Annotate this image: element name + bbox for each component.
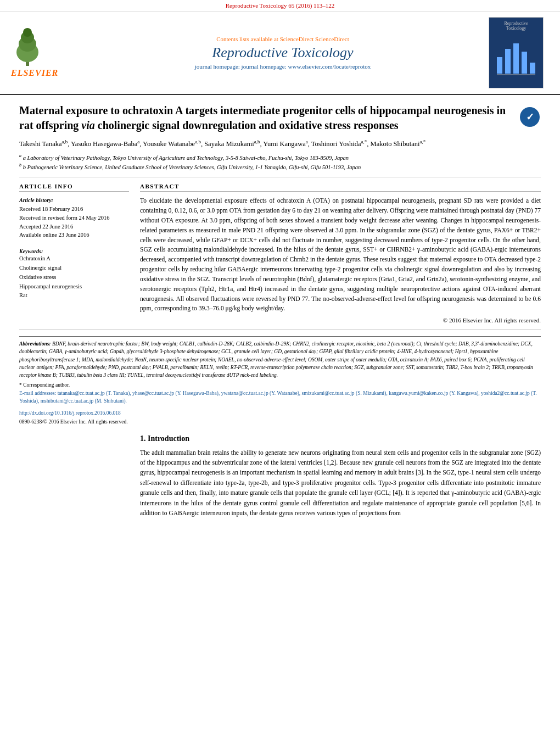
article-content: Maternal exposure to ochratoxin A target…	[0, 95, 560, 526]
journal-title-area: Contents lists available at ScienceDirec…	[82, 36, 483, 70]
journal-cover-image: ReproductiveToxicology	[489, 17, 544, 88]
publisher-logo-area: ELSEVIER	[11, 27, 77, 78]
corresponding-author-note: * Corresponding author.	[19, 381, 541, 389]
intro-right-col: 1. Introduction The adult mammalian brai…	[140, 434, 541, 518]
keyword-3: Oxidative stress	[19, 274, 56, 280]
introduction-section: 1. Introduction The adult mammalian brai…	[19, 434, 541, 518]
article-history: Article history: Received 18 February 20…	[19, 196, 129, 239]
keywords-list: Ochratoxin A Cholinergic signal Oxidativ…	[19, 254, 129, 300]
keyword-5: Rat	[19, 292, 27, 298]
cover-title: ReproductiveToxicology	[504, 21, 528, 31]
authors-line: Takeshi Tanakaa,b, Yasuko Hasegawa-Babaa…	[19, 138, 541, 149]
affiliation-b: b Pathogenetic Veterinary Science, Unite…	[23, 164, 361, 170]
abstract-paragraph: To elucidate the developmental exposure …	[140, 196, 541, 314]
intro-paragraph: The adult mammalian brain retains the ab…	[140, 448, 541, 518]
intro-left-spacer	[19, 434, 129, 518]
accepted-date: Accepted 22 June 2016	[19, 224, 73, 230]
page-wrapper: Reproductive Toxicology 65 (2016) 113–12…	[0, 0, 560, 526]
article-info-label: ARTICLE INFO	[19, 183, 129, 192]
article-title: Maternal exposure to ochratoxin A target…	[19, 103, 513, 133]
email-links: E-mail addresses: tatanaka@cc.tuat.ac.jp…	[19, 389, 541, 405]
email-text: E-mail addresses: tatanaka@cc.tuat.ac.jp…	[19, 390, 537, 404]
elsevier-label: ELSEVIER	[11, 68, 58, 78]
keyword-4: Hippocampal neurogenesis	[19, 283, 82, 289]
issn-copyright: 0890-6238/© 2016 Elsevier Inc. All right…	[19, 418, 541, 426]
keyword-1: Ochratoxin A	[19, 255, 51, 261]
article-info-abstract: ARTICLE INFO Article history: Received 1…	[19, 183, 541, 323]
journal-header: ELSEVIER Contents lists available at Sci…	[0, 12, 560, 95]
abstract-column: ABSTRACT To elucidate the developmental …	[140, 183, 541, 323]
journal-cover-area: ReproductiveToxicology	[489, 17, 549, 88]
affiliations: a a Laboratory of Veterinary Pathology, …	[19, 153, 541, 172]
svg-rect-6	[505, 49, 511, 74]
footnotes-area: Abbreviations: BDNF, brain-derived neuro…	[19, 336, 541, 426]
doi-link[interactable]: http://dx.doi.org/10.1016/j.reprotox.201…	[19, 409, 541, 417]
crossmark-logo[interactable]: ✓	[519, 106, 541, 128]
article-header: Maternal exposure to ochratoxin A target…	[19, 103, 541, 133]
svg-rect-9	[530, 63, 535, 74]
content-divider	[19, 329, 541, 330]
doi-text: http://dx.doi.org/10.1016/j.reprotox.201…	[19, 410, 121, 416]
crossmark-icon: ✓	[519, 106, 541, 128]
svg-point-4	[23, 28, 32, 37]
journal-citation: Reproductive Toxicology 65 (2016) 113–12…	[226, 2, 334, 9]
svg-rect-8	[522, 52, 527, 74]
article-info-column: ARTICLE INFO Article history: Received 1…	[19, 183, 129, 323]
history-label: Article history:	[19, 197, 53, 203]
homepage-url[interactable]: journal homepage: www.elsevier.com/locat…	[242, 63, 371, 70]
available-date: Available online 23 June 2016	[19, 232, 89, 238]
journal-banner: Reproductive Toxicology 65 (2016) 113–12…	[0, 0, 560, 12]
abbreviations-text: BDNF, brain-derived neurotrophic factor;…	[19, 341, 533, 378]
affiliation-a: a Laboratory of Veterinary Pathology, To…	[23, 154, 349, 160]
abbreviations-block: Abbreviations: BDNF, brain-derived neuro…	[19, 340, 541, 379]
abstract-label: ABSTRACT	[140, 183, 541, 192]
svg-rect-5	[497, 57, 502, 74]
svg-text:✓: ✓	[526, 111, 534, 122]
abstract-text: To elucidate the developmental exposure …	[140, 196, 541, 314]
sciencedirect-brand: ScienceDirect	[315, 36, 349, 42]
journal-title: Reproductive Toxicology	[82, 44, 483, 61]
journal-homepage: journal homepage: journal homepage: www.…	[82, 63, 483, 70]
revised-date: Received in revised form 24 May 2016	[19, 215, 109, 221]
asterisk-note: * Corresponding author.	[19, 382, 70, 388]
keywords-label: Keywords:	[19, 248, 129, 254]
svg-rect-7	[513, 43, 519, 74]
abbreviations-label: Abbreviations:	[19, 341, 51, 347]
received-date: Received 18 February 2016	[19, 206, 83, 212]
elsevier-logo: ELSEVIER	[11, 27, 77, 78]
intro-title: 1. Introduction	[140, 434, 541, 443]
elsevier-tree-icon	[11, 27, 44, 66]
cover-chart-icon	[494, 35, 538, 79]
sciencedirect-link: Contents lists available at ScienceDirec…	[82, 36, 483, 42]
section-divider	[19, 177, 541, 177]
keyword-2: Cholinergic signal	[19, 265, 61, 271]
copyright-notice: © 2016 Elsevier Inc. All rights reserved…	[140, 317, 541, 323]
